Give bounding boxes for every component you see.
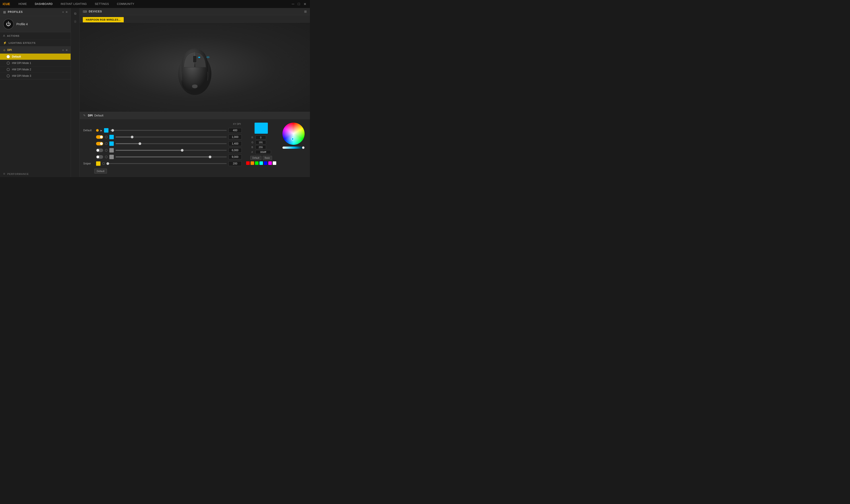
profiles-menu-button[interactable]: ≡ — [66, 10, 68, 14]
add-profile-button[interactable]: + — [62, 10, 64, 14]
delete-button[interactable]: 🗑 — [72, 18, 78, 25]
brightness-bar[interactable] — [283, 146, 305, 149]
mouse-image — [164, 36, 226, 98]
devices-header: ⌨ DEVICES ⊞ — [80, 8, 310, 15]
device-tabs: HARPOON RGB WIRELES... — [80, 15, 310, 22]
svg-rect-2 — [194, 56, 196, 62]
dpi-panel-title: DPI Default — [88, 114, 103, 117]
color-wheel-cursor — [291, 138, 294, 140]
g-input[interactable] — [255, 140, 266, 144]
color-wheel[interactable] — [283, 123, 305, 145]
dpi-mode-hw1[interactable]: HW DPI Mode 1 — [0, 60, 71, 67]
dpi-row-2 — [83, 134, 242, 140]
dpi-row-3-radio[interactable] — [105, 142, 108, 145]
swatch-orange[interactable] — [251, 161, 254, 165]
device-tab-harpoon[interactable]: HARPOON RGB WIRELES... — [83, 17, 124, 22]
actions-section: A ACTIONS — [0, 32, 71, 39]
lighting-effects-header[interactable]: ⚡ LIGHTING EFFECTS — [0, 39, 71, 46]
dpi-row-2-color[interactable] — [109, 135, 114, 139]
minimize-button[interactable]: ─ — [291, 2, 295, 6]
dpi-row-2-radio[interactable] — [105, 136, 108, 138]
swatch-blue[interactable] — [264, 161, 267, 165]
swatch-green[interactable] — [255, 161, 258, 165]
dpi-mode-hw1-label: HW DPI Mode 1 — [12, 61, 31, 65]
sniper-color[interactable] — [96, 161, 101, 166]
nav-dashboard[interactable]: DASHBOARD — [31, 0, 57, 8]
grid-view-button[interactable]: ⊞ — [304, 10, 307, 13]
dpi-row-2-slider[interactable] — [115, 137, 227, 138]
dpi-icon: ⊹ — [3, 49, 5, 52]
side-actions: ⧉ 🗑 — [71, 8, 80, 177]
dpi-row-2-toggle[interactable] — [96, 135, 103, 139]
app-name: iCUE — [3, 2, 10, 6]
dpi-default-button[interactable]: Default — [94, 169, 107, 174]
dpi-row-3-value[interactable] — [229, 141, 242, 146]
nav-community[interactable]: COMMUNITY — [113, 0, 138, 8]
brightness-thumb — [302, 146, 305, 149]
dpi-row-5-value[interactable] — [229, 155, 242, 159]
dpi-row-4-toggle[interactable] — [96, 148, 103, 152]
dpi-row-5-color[interactable] — [109, 155, 114, 159]
dpi-rows-container: XY DPI Default ▶ — [80, 119, 310, 177]
dpi-row-4-color[interactable] — [109, 148, 114, 152]
hex-input[interactable] — [255, 150, 271, 154]
g-row: G — [251, 140, 271, 144]
profiles-icon: ▦ — [3, 10, 6, 14]
dpi-row-5-radio[interactable] — [105, 156, 108, 158]
dpi-header[interactable]: ⊹ DPI + ≡ — [0, 47, 71, 54]
swatch-cyan[interactable] — [259, 161, 263, 165]
profiles-header: ▦ PROFILES + ≡ — [0, 8, 71, 16]
dpi-row-5-slider[interactable] — [115, 157, 227, 157]
nav-home[interactable]: HOME — [14, 0, 31, 8]
copy-button[interactable]: ⧉ — [72, 10, 78, 17]
dpi-row-3-slider[interactable] — [115, 143, 227, 144]
dpi-row-default-play[interactable]: ▶ — [101, 129, 102, 132]
dpi-row-default-value[interactable] — [229, 128, 242, 133]
sniper-value[interactable] — [229, 161, 242, 166]
performance-label: PERFORMANCE — [7, 173, 29, 175]
dpi-row-4-value[interactable] — [229, 148, 242, 153]
nav-settings[interactable]: SETTINGS — [91, 0, 113, 8]
sidebar: ▦ PROFILES + ≡ ⏻ Profile 4 A ACTIONS ⚡ — [0, 8, 71, 177]
dpi-row-4-radio[interactable] — [105, 149, 108, 151]
profile-item[interactable]: ⏻ Profile 4 — [0, 16, 71, 32]
dpi-row-default-color[interactable] — [104, 128, 108, 132]
profile-name: Profile 4 — [16, 22, 28, 26]
g-label: G — [251, 141, 254, 144]
dpi-row-3 — [83, 141, 242, 146]
swatch-red[interactable] — [246, 161, 250, 165]
sniper-slider[interactable] — [107, 163, 227, 164]
dpi-mode-hw3[interactable]: HW DPI Mode 3 — [0, 73, 71, 79]
dpi-mode-default[interactable]: Default — [0, 54, 71, 60]
add-dpi-mode-button[interactable]: + — [62, 48, 64, 52]
dpi-mode-hw2[interactable]: HW DPI Mode 2 — [0, 67, 71, 73]
dpi-row-4-slider[interactable] — [115, 150, 227, 151]
r-input[interactable] — [255, 136, 266, 140]
sniper-radio[interactable] — [102, 162, 105, 165]
color-swatches — [246, 161, 276, 165]
color-basic-button[interactable]: Basic — [263, 156, 272, 160]
nav-instant-lighting[interactable]: INSTANT LIGHTING — [57, 0, 91, 8]
maximize-button[interactable]: □ — [297, 2, 301, 6]
swatch-white[interactable] — [273, 161, 276, 165]
dpi-row-default-radio[interactable] — [96, 129, 99, 132]
close-button[interactable]: ✕ — [303, 2, 307, 6]
dpi-row-default-slider[interactable] — [110, 130, 227, 131]
dpi-menu-button[interactable]: ≡ — [66, 48, 68, 52]
actions-header[interactable]: A ACTIONS — [0, 32, 71, 39]
main-layout: ▦ PROFILES + ≡ ⏻ Profile 4 A ACTIONS ⚡ — [0, 8, 310, 177]
avatar-icon: ⏻ — [6, 21, 11, 27]
main-content: ⌨ DEVICES ⊞ HARPOON RGB WIRELES... — [80, 8, 310, 177]
color-default-button[interactable]: Default — [250, 156, 261, 160]
selected-color-box[interactable] — [255, 123, 268, 134]
b-input[interactable] — [255, 145, 266, 149]
dpi-row-2-value[interactable] — [229, 134, 242, 140]
dpi-row-3-color[interactable] — [109, 141, 114, 146]
lightning-icon: ⚡ — [3, 41, 7, 44]
performance-icon: ⚙ — [3, 173, 5, 175]
dpi-row-3-toggle[interactable] — [96, 142, 103, 145]
swatch-magenta[interactable] — [268, 161, 272, 165]
dpi-row-5-toggle[interactable] — [96, 155, 103, 159]
dpi-section: ⊹ DPI + ≡ Default HW DPI Mode 1 HW DPI — [0, 47, 71, 79]
dpi-mode-hw2-radio — [7, 68, 10, 71]
